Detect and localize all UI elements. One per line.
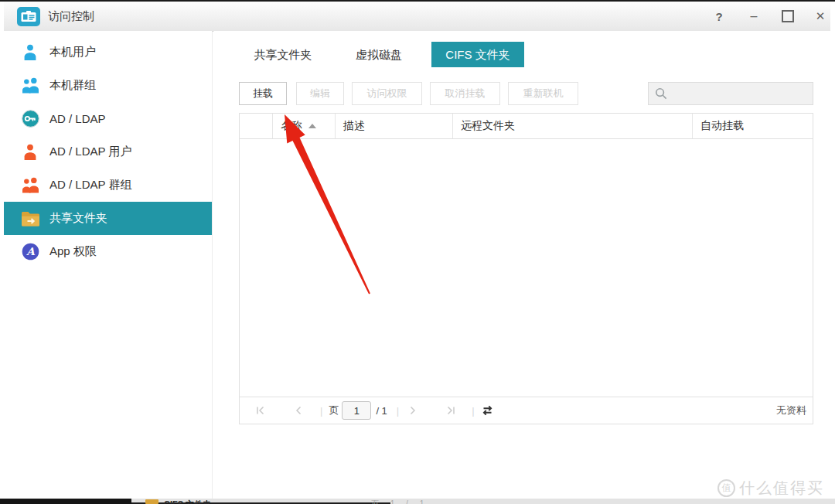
- watermark-badge-icon: 值: [717, 479, 735, 497]
- sidebar-item-label: AD / LDAP: [49, 112, 106, 125]
- empty-status-text: 无资料: [776, 404, 806, 417]
- user-icon: [18, 144, 43, 160]
- search-icon: [655, 87, 667, 100]
- background-window-sliver: CIFS 文件夹 页 1 / 1: [0, 499, 835, 504]
- background-tab-fragment: CIFS 文件夹: [164, 499, 211, 504]
- sidebar-item-label: 共享文件夹: [49, 211, 107, 226]
- cifs-folder-table: 名称 描述 远程文件夹 自动挂载: [239, 113, 813, 424]
- unmount-button[interactable]: 取消挂载: [430, 82, 500, 105]
- column-header-select[interactable]: [240, 114, 273, 138]
- column-header-auto-mount[interactable]: 自动挂载: [693, 114, 813, 138]
- sort-ascending-icon: [308, 124, 316, 128]
- sidebar-item-label: AD / LDAP 用户: [49, 145, 131, 159]
- table-body-empty: [240, 139, 813, 397]
- user-icon: [18, 44, 43, 60]
- search-input[interactable]: [667, 83, 813, 104]
- access-control-window: 访问控制 ? – ✕ 本机用户: [0, 0, 835, 504]
- tab-cifs-folders[interactable]: CIFS 文件夹: [431, 42, 524, 67]
- page-label: 页: [329, 404, 339, 417]
- pagination-separator: |: [397, 405, 399, 417]
- sidebar-item-label: 本机用户: [49, 45, 96, 60]
- shared-folder-icon: [18, 211, 43, 226]
- key-icon: [18, 110, 43, 128]
- close-button[interactable]: ✕: [807, 6, 833, 26]
- sidebar-item-label: 本机群组: [49, 78, 96, 93]
- sidebar-item-app-permissions[interactable]: A App 权限: [4, 235, 212, 268]
- help-button[interactable]: ?: [706, 6, 732, 26]
- minimize-button[interactable]: –: [741, 6, 767, 26]
- pagination-bar: | 页 / 1 | | 无资料: [240, 397, 813, 424]
- pagination-separator: |: [320, 405, 322, 417]
- pagination-separator: |: [472, 405, 474, 417]
- refresh-icon[interactable]: [479, 402, 496, 419]
- search-box: [648, 82, 813, 105]
- sidebar-item-label: App 权限: [49, 244, 97, 259]
- table-header-row: 名称 描述 远程文件夹 自动挂载: [240, 114, 813, 139]
- svg-text:A: A: [26, 245, 35, 257]
- page-total: / 1: [376, 405, 387, 417]
- sidebar-item-ad-ldap-groups[interactable]: AD / LDAP 群组: [4, 169, 212, 202]
- last-page-button[interactable]: [442, 402, 459, 419]
- column-header-description[interactable]: 描述: [336, 114, 453, 138]
- first-page-button[interactable]: [252, 402, 269, 419]
- main-panel: 共享文件夹 虚拟磁盘 CIFS 文件夹 挂载 编辑 访问权限 取消挂载 重新联机…: [213, 31, 830, 499]
- access-control-app-icon: [17, 7, 40, 29]
- previous-page-button[interactable]: [291, 402, 308, 419]
- sidebar-item-label: AD / LDAP 群组: [49, 178, 131, 192]
- tab-virtual-disk[interactable]: 虚拟磁盘: [332, 42, 425, 67]
- sidebar-item-shared-folders[interactable]: 共享文件夹: [4, 202, 212, 235]
- edit-button[interactable]: 编辑: [296, 82, 344, 105]
- maximize-button[interactable]: [775, 6, 801, 26]
- mount-button[interactable]: 挂载: [239, 82, 287, 105]
- sidebar-item-ad-ldap[interactable]: AD / LDAP: [4, 102, 212, 135]
- background-folder-icon: [145, 499, 158, 504]
- background-window-dark-edge: [0, 499, 131, 504]
- sidebar-item-local-users[interactable]: 本机用户: [4, 36, 212, 69]
- background-pagination-fragment: 页 1 / 1: [371, 499, 428, 504]
- reconnect-button[interactable]: 重新联机: [508, 82, 578, 105]
- maximize-icon: [782, 10, 794, 22]
- tab-shared-folders[interactable]: 共享文件夹: [237, 42, 329, 67]
- sidebar-item-ad-ldap-users[interactable]: AD / LDAP 用户: [4, 135, 212, 169]
- sidebar: 本机用户 本机群组 AD / LDAP: [4, 31, 213, 499]
- users-group-icon: [18, 177, 43, 193]
- app-permission-icon: A: [18, 243, 43, 261]
- column-header-name[interactable]: 名称: [273, 114, 336, 138]
- column-header-remote-folder[interactable]: 远程文件夹: [453, 114, 693, 138]
- window-title: 访问控制: [48, 9, 94, 24]
- smzdm-watermark: 值 什么值得买: [717, 478, 824, 499]
- titlebar: 访问控制 ? – ✕: [4, 2, 830, 32]
- next-page-button[interactable]: [404, 402, 421, 419]
- watermark-text: 什么值得买: [739, 478, 824, 499]
- access-permission-button[interactable]: 访问权限: [352, 82, 422, 105]
- users-group-icon: [18, 77, 43, 94]
- page-number-input[interactable]: [342, 401, 371, 420]
- sidebar-item-local-groups[interactable]: 本机群组: [4, 69, 212, 102]
